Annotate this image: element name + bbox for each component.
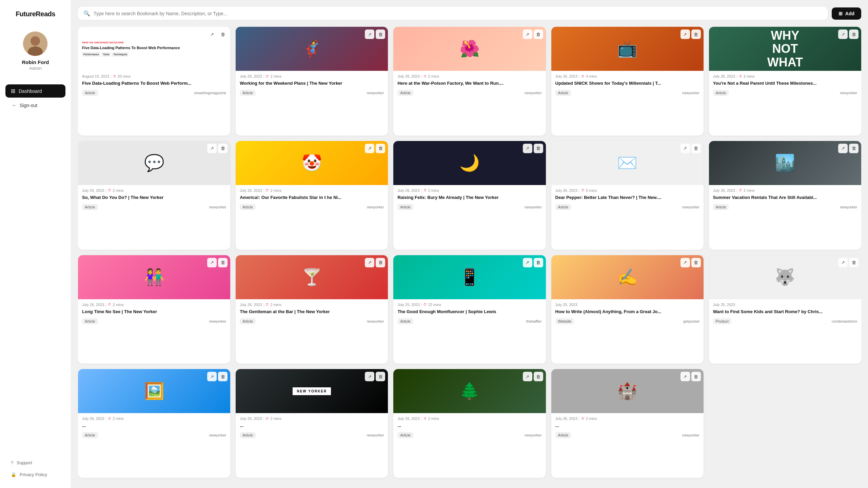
card-source[interactable]: smashingmagazine bbox=[194, 91, 226, 95]
card-source[interactable]: newyorker bbox=[367, 205, 384, 209]
card-delete-button[interactable]: 🗑 bbox=[218, 144, 228, 153]
card-actions: ↗ 🗑 bbox=[838, 29, 859, 39]
card-tag: Article bbox=[397, 318, 413, 324]
card-source[interactable]: getpocket bbox=[683, 319, 699, 323]
add-button[interactable]: ⊞ Add bbox=[832, 7, 861, 20]
card-delete-button[interactable]: 🗑 bbox=[376, 372, 385, 381]
card-source[interactable]: newyorker bbox=[682, 91, 699, 95]
card-share-button[interactable]: ↗ bbox=[523, 372, 532, 381]
card-date: July 25, 2023 bbox=[713, 303, 735, 307]
meta-separator: | bbox=[111, 74, 112, 78]
support-label: Support bbox=[17, 460, 32, 465]
card-tag: Article bbox=[82, 318, 98, 324]
meta-separator: | bbox=[263, 303, 264, 307]
card-share-button[interactable]: ↗ bbox=[523, 258, 532, 267]
search-input[interactable] bbox=[94, 11, 822, 16]
card-share-button[interactable]: ↗ bbox=[838, 258, 848, 267]
card-source[interactable]: newyorker bbox=[525, 91, 542, 95]
card-title: Updated SNICK Shows for Today's Millenni… bbox=[555, 80, 699, 86]
card-share-button[interactable]: ↗ bbox=[680, 29, 690, 39]
card-body: July 26, 2023 | ⏱ 2 mins So, What Do You… bbox=[78, 185, 230, 214]
card-share-button[interactable]: ↗ bbox=[680, 258, 690, 267]
card-source[interactable]: condenaststore bbox=[832, 319, 857, 323]
card-delete-button[interactable]: 🗑 bbox=[534, 29, 543, 39]
card-delete-button[interactable]: 🗑 bbox=[691, 372, 701, 381]
card-source[interactable]: thebaffler bbox=[526, 319, 542, 323]
card-title: Raising Felix: Bury Me Already | The New… bbox=[397, 195, 541, 201]
card-delete-button[interactable]: 🗑 bbox=[691, 29, 701, 39]
time-icon: ⏱ bbox=[265, 417, 269, 421]
card-source[interactable]: newyorker bbox=[367, 319, 384, 323]
card-share-button[interactable]: ↗ bbox=[207, 29, 217, 39]
card-footer: Article newyorker bbox=[240, 204, 384, 210]
card-share-button[interactable]: ↗ bbox=[838, 144, 848, 153]
card-delete-button[interactable]: 🗑 bbox=[376, 29, 385, 39]
user-role: Admin bbox=[29, 66, 42, 71]
card-source[interactable]: newyorker bbox=[525, 205, 542, 209]
card-image-wrapper: 🌺 ↗ 🗑 bbox=[393, 27, 546, 71]
sidebar-item-privacy-policy[interactable]: 🔒 Privacy Policy bbox=[5, 469, 65, 480]
card-share-button[interactable]: ↗ bbox=[365, 29, 374, 39]
card-delete-button[interactable]: 🗑 bbox=[849, 144, 859, 153]
card-delete-button[interactable]: 🗑 bbox=[534, 258, 543, 267]
card-share-button[interactable]: ↗ bbox=[838, 29, 848, 39]
card-image-wrapper: ✍️ ↗ 🗑 bbox=[551, 255, 704, 299]
card-source[interactable]: newyorker bbox=[840, 91, 857, 95]
card-footer: Article newyorker bbox=[397, 90, 541, 96]
card-item: ✉️ ↗ 🗑 July 26, 2023 | ⏱ 5 mins Dear Pep… bbox=[551, 141, 704, 250]
card-date: July 26, 2023 bbox=[240, 188, 262, 192]
card-delete-button[interactable]: 🗑 bbox=[376, 258, 385, 267]
card-delete-button[interactable]: 🗑 bbox=[534, 144, 543, 153]
sidebar-item-signout[interactable]: → Sign-out bbox=[5, 99, 65, 112]
time-icon: ⏱ bbox=[108, 417, 111, 421]
card-source[interactable]: newyorker bbox=[367, 91, 384, 95]
card-read-time: 2 mins bbox=[270, 188, 281, 192]
card-meta: July 25, 2023 bbox=[713, 303, 857, 307]
card-share-button[interactable]: ↗ bbox=[207, 144, 217, 153]
card-source[interactable]: newyorker bbox=[840, 205, 857, 209]
card-read-time: 2 mins bbox=[428, 188, 439, 192]
card-share-button[interactable]: ↗ bbox=[207, 258, 217, 267]
sidebar-item-dashboard[interactable]: ⊞ Dashboard bbox=[5, 84, 65, 98]
card-source[interactable]: newyorker bbox=[209, 319, 226, 323]
card-share-button[interactable]: ↗ bbox=[523, 144, 532, 153]
card-share-button[interactable]: ↗ bbox=[680, 144, 690, 153]
card-item: 👫 ↗ 🗑 July 26, 2023 | ⏱ 2 mins Long Time… bbox=[78, 255, 230, 364]
card-source[interactable]: newyorker bbox=[209, 433, 226, 437]
card-delete-button[interactable]: 🗑 bbox=[218, 29, 228, 39]
sidebar-item-label: Sign-out bbox=[20, 103, 37, 108]
card-delete-button[interactable]: 🗑 bbox=[691, 144, 701, 153]
card-date: July 26, 2023 bbox=[82, 188, 104, 192]
card-delete-button[interactable]: 🗑 bbox=[849, 258, 859, 267]
card-delete-button[interactable]: 🗑 bbox=[691, 258, 701, 267]
card-source[interactable]: newyorker bbox=[209, 205, 226, 209]
card-tag: Article bbox=[555, 432, 571, 438]
card-share-button[interactable]: ↗ bbox=[207, 372, 217, 381]
card-body: July 26, 2023 | ⏱ 2 mins ... Article new… bbox=[236, 413, 388, 442]
card-share-button[interactable]: ↗ bbox=[365, 258, 374, 267]
card-source[interactable]: newyorker bbox=[367, 433, 384, 437]
time-icon: ⏱ bbox=[108, 303, 111, 306]
card-share-button[interactable]: ↗ bbox=[365, 372, 374, 381]
card-footer: Website getpocket bbox=[555, 318, 699, 324]
card-delete-button[interactable]: 🗑 bbox=[849, 29, 859, 39]
card-delete-button[interactable]: 🗑 bbox=[534, 372, 543, 381]
card-image-wrapper: 🐺 ↗ 🗑 bbox=[709, 255, 861, 299]
card-delete-button[interactable]: 🗑 bbox=[376, 144, 385, 153]
card-source[interactable]: newyorker bbox=[525, 433, 542, 437]
card-footer: Article newyorker bbox=[555, 432, 699, 438]
card-footer: Article newyorker bbox=[240, 90, 384, 96]
add-icon: ⊞ bbox=[839, 11, 843, 16]
card-body: July 26, 2023 | ⏱ 2 mins Summer Vacation… bbox=[709, 185, 861, 214]
card-title: The Good Enough Momfluencer | Sophie Lew… bbox=[397, 309, 541, 315]
card-share-button[interactable]: ↗ bbox=[680, 372, 690, 381]
card-delete-button[interactable]: 🗑 bbox=[218, 372, 228, 381]
card-delete-button[interactable]: 🗑 bbox=[218, 258, 228, 267]
card-share-button[interactable]: ↗ bbox=[365, 144, 374, 153]
card-source[interactable]: newyorker bbox=[682, 205, 699, 209]
sidebar-item-support[interactable]: ? Support bbox=[5, 458, 65, 468]
card-source[interactable]: newyorker bbox=[682, 433, 699, 437]
card-meta: July 26, 2023 | ⏱ 2 mins bbox=[713, 74, 857, 78]
card-read-time: 2 mins bbox=[586, 416, 597, 421]
card-share-button[interactable]: ↗ bbox=[523, 29, 532, 39]
